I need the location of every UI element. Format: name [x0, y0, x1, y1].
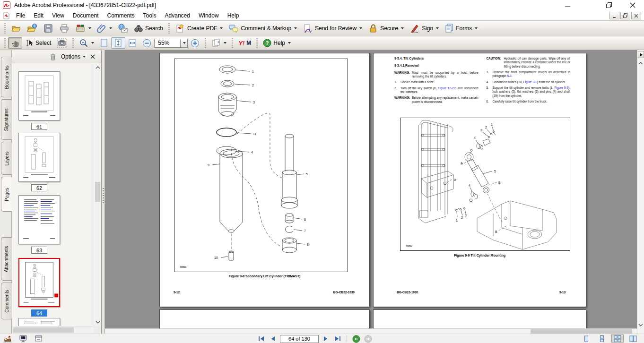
menu-tools[interactable]: Tools: [139, 11, 161, 20]
menu-advanced[interactable]: Advanced: [161, 11, 194, 20]
save-button[interactable]: [40, 22, 56, 34]
first-page-button[interactable]: [256, 335, 266, 343]
options-menu-button[interactable]: Options: [61, 53, 86, 60]
print-button[interactable]: [56, 22, 72, 34]
zoom-out-button[interactable]: [139, 37, 154, 49]
open-button[interactable]: [8, 22, 24, 34]
email-button[interactable]: [115, 22, 131, 34]
scrollbar-thumb[interactable]: [531, 329, 632, 334]
minimize-button[interactable]: [560, 1, 575, 9]
menu-comments[interactable]: Comments: [103, 11, 139, 20]
thumbnail-page-65[interactable]: [18, 318, 60, 326]
fit-page-button[interactable]: [111, 37, 125, 49]
previous-view-button[interactable]: [351, 335, 361, 343]
page-indicator-field[interactable]: [280, 335, 319, 343]
tab-signatures[interactable]: Signatures: [1, 99, 12, 140]
toolbar-gripper[interactable]: [4, 23, 6, 34]
hand-tool-button[interactable]: [8, 37, 22, 49]
last-page-button[interactable]: [333, 335, 342, 343]
fit-width-button[interactable]: [125, 37, 139, 49]
next-view-button[interactable]: [363, 335, 373, 343]
organizer-button[interactable]: [72, 22, 94, 34]
thumbnail-page-64[interactable]: 64: [18, 258, 60, 317]
tab-bookmarks[interactable]: Bookmarks: [1, 57, 12, 97]
thumbnail-page-62[interactable]: 62: [18, 133, 60, 191]
toolbar-gripper[interactable]: [256, 38, 258, 48]
actual-size-button[interactable]: [97, 37, 111, 49]
restore-button[interactable]: [601, 1, 617, 9]
toolbar-gripper[interactable]: [72, 38, 74, 48]
thumbnail-page-63[interactable]: 63: [18, 195, 60, 254]
pdf-page-65: 9-5.4. Tilt Cylinders 9-5.4.1.Removal WA…: [373, 53, 586, 307]
tab-pages[interactable]: Pages: [1, 177, 12, 212]
delete-pages-icon[interactable]: [50, 53, 56, 60]
thumbnails-vertical-scrollbar[interactable]: [94, 64, 101, 326]
paragraph-link[interactable]: 5-3: [507, 74, 511, 77]
forms-button[interactable]: Forms: [442, 22, 480, 34]
document-view[interactable]: 1 2 3 11 4 9 5 6 7 8 10 R0591 Figur: [105, 50, 637, 328]
zoom-level-caret[interactable]: [181, 39, 188, 48]
facing-pages-button[interactable]: [627, 334, 639, 343]
figure-link[interactable]: Figure 12-22: [438, 86, 455, 90]
comment-markup-button[interactable]: Comment & Markup: [226, 22, 300, 34]
document-close-button[interactable]: [631, 12, 641, 19]
select-tool-button[interactable]: Select: [22, 37, 54, 49]
page-display-button[interactable]: [209, 37, 229, 49]
snapshot-tool-button[interactable]: [54, 37, 70, 49]
scroll-up-arrow[interactable]: [94, 64, 102, 71]
zoom-in-button[interactable]: [188, 37, 202, 49]
toolbar-gripper[interactable]: [205, 38, 206, 48]
search-button[interactable]: Search: [131, 22, 166, 34]
create-pdf-button[interactable]: Create PDF: [172, 22, 226, 34]
sign-button[interactable]: Sign: [407, 22, 442, 34]
scrollbar-thumb[interactable]: [95, 182, 100, 202]
document-vertical-scrollbar[interactable]: [637, 50, 644, 334]
menu-edit[interactable]: Edit: [29, 11, 48, 20]
attach-button[interactable]: [94, 22, 115, 34]
window-mode-icon[interactable]: [35, 335, 43, 343]
splitter-gripper[interactable]: [103, 188, 104, 204]
secure-button[interactable]: Secure: [365, 22, 407, 34]
menu-help[interactable]: Help: [223, 11, 244, 20]
next-page-button[interactable]: [321, 335, 331, 343]
cake-slice-icon[interactable]: [3, 334, 12, 343]
sign-label: Sign: [422, 25, 433, 32]
tab-layers[interactable]: Layers: [1, 142, 12, 175]
scroll-up-arrow[interactable]: [637, 60, 644, 67]
menu-document[interactable]: Document: [69, 11, 103, 20]
yahoo-search-button[interactable]: Y!M: [235, 37, 254, 49]
zoom-tool-button[interactable]: [76, 37, 97, 49]
single-page-button[interactable]: [580, 334, 592, 343]
continuous-facing-button[interactable]: [611, 334, 624, 343]
toolbar-gripper[interactable]: [232, 38, 233, 48]
continuous-view-button[interactable]: [596, 334, 608, 343]
document-minimize-button[interactable]: [609, 12, 619, 19]
screen-mode-icon[interactable]: [19, 335, 28, 343]
panel-splitter[interactable]: [102, 50, 105, 334]
zoom-level-combo[interactable]: 55%: [154, 39, 188, 48]
open-web-page-button[interactable]: [24, 22, 40, 34]
scroll-down-arrow[interactable]: [94, 318, 102, 326]
menu-file[interactable]: File: [12, 11, 29, 20]
tab-attachments[interactable]: Attachments: [1, 237, 12, 281]
help-button[interactable]: ?Help: [260, 37, 294, 49]
document-restore-button[interactable]: [620, 12, 630, 19]
document-horizontal-scrollbar[interactable]: [105, 328, 637, 334]
figure-link[interactable]: Figure 9-1: [523, 80, 537, 84]
tab-comments[interactable]: Comments: [1, 283, 12, 319]
menu-window[interactable]: Window: [194, 11, 223, 20]
thumbnails-horizontal-scrollbar[interactable]: [12, 326, 94, 334]
previous-page-button[interactable]: [268, 335, 278, 343]
zoom-level-value: 55%: [158, 40, 169, 46]
figure-link[interactable]: Figure 9-9: [554, 86, 568, 89]
scroll-down-arrow[interactable]: [637, 321, 644, 329]
thumbnail-page-61[interactable]: 61: [18, 71, 60, 130]
close-button[interactable]: [625, 1, 640, 9]
toolbar-gripper[interactable]: [168, 23, 170, 34]
menu-view[interactable]: View: [48, 11, 69, 20]
send-for-review-button[interactable]: Send for Review: [300, 22, 365, 34]
panel-toggle-button[interactable]: [638, 51, 644, 58]
toolbar-gripper[interactable]: [4, 38, 6, 48]
close-panel-icon[interactable]: [90, 54, 95, 59]
scrollbar-thumb[interactable]: [13, 327, 74, 333]
